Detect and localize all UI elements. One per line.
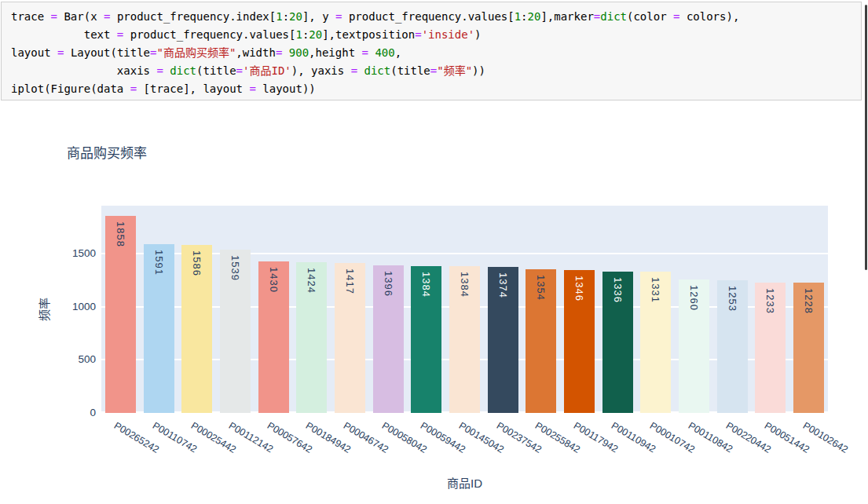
- bar[interactable]: 1331: [640, 272, 671, 413]
- bar[interactable]: 1233: [755, 283, 786, 414]
- chart-title: 商品购买频率: [67, 142, 147, 162]
- bar[interactable]: 1374: [488, 267, 518, 413]
- bar-value-label: 1331: [650, 277, 661, 303]
- bar-value-label: 1430: [268, 267, 280, 293]
- bar-value-label: 1591: [153, 250, 165, 276]
- bar-value-label: 1384: [459, 272, 471, 298]
- bar[interactable]: 1228: [793, 283, 824, 413]
- bar-value-label: 1384: [420, 272, 432, 298]
- bar-value-label: 1228: [803, 288, 815, 314]
- bar-value-label: 1539: [229, 255, 241, 281]
- bar[interactable]: 1346: [564, 270, 595, 413]
- bar[interactable]: 1384: [449, 266, 480, 413]
- bar[interactable]: 1417: [335, 263, 365, 413]
- bar-value-label: 1586: [191, 250, 203, 276]
- bar[interactable]: 1354: [526, 269, 556, 413]
- code-line: trace = Bar(x = product_frequency.index[…: [11, 8, 855, 26]
- code-line: xaxis = dict(title='商品ID'), yaxis = dict…: [11, 62, 855, 80]
- code-cell[interactable]: trace = Bar(x = product_frequency.index[…: [1, 2, 862, 100]
- y-tick-label: 1500: [0, 247, 96, 259]
- bar[interactable]: 1539: [220, 250, 251, 413]
- plot-area: 1858159115861539143014241417139613841384…: [101, 206, 828, 413]
- bar[interactable]: 1396: [373, 265, 404, 414]
- bar-value-label: 1354: [535, 275, 547, 301]
- bar-value-label: 1417: [344, 268, 356, 294]
- bar-value-label: 1346: [573, 276, 585, 301]
- bar-value-label: 1336: [612, 277, 624, 303]
- bar[interactable]: 1858: [105, 216, 136, 413]
- code-line: iplot(Figure(data = [trace], layout = la…: [11, 80, 855, 98]
- bar[interactable]: 1260: [679, 279, 709, 413]
- bar[interactable]: 1384: [411, 266, 441, 413]
- bar-value-label: 1374: [497, 272, 509, 298]
- bar[interactable]: 1253: [717, 280, 748, 413]
- bar-value-label: 1424: [306, 268, 317, 294]
- y-tick-label: 0: [0, 407, 96, 418]
- bar-value-label: 1253: [727, 286, 738, 312]
- code-line: layout = Layout(title="商品购买频率",width= 90…: [11, 44, 855, 62]
- scrollbar-thumb[interactable]: [865, 5, 867, 270]
- y-axis-title: 频率: [35, 298, 52, 321]
- bar-value-label: 1233: [764, 288, 776, 314]
- bar[interactable]: 1336: [602, 272, 633, 413]
- bar[interactable]: 1586: [181, 245, 212, 413]
- bar-value-label: 1858: [115, 221, 126, 247]
- bar[interactable]: 1591: [144, 244, 174, 413]
- bar[interactable]: 1424: [296, 262, 327, 413]
- bar[interactable]: 1430: [258, 261, 289, 413]
- bar-value-label: 1396: [383, 271, 394, 297]
- y-tick-label: 500: [0, 353, 96, 365]
- x-axis-title: 商品ID: [101, 474, 828, 491]
- code-line: text = product_frequency.values[1:20],te…: [11, 26, 855, 44]
- bar-value-label: 1260: [688, 285, 700, 311]
